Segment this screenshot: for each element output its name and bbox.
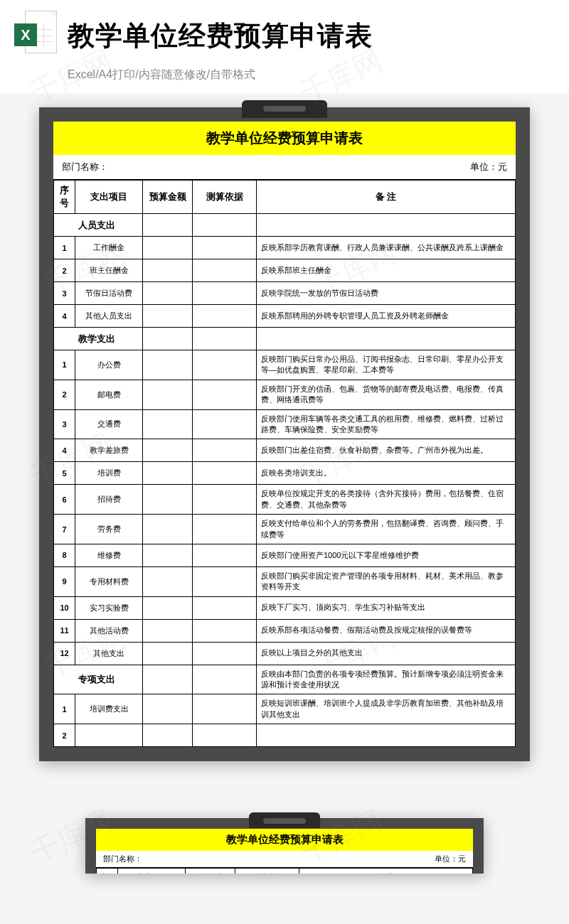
row-amount-cell[interactable] — [143, 439, 193, 462]
row-amount-cell[interactable] — [143, 566, 193, 596]
row-basis-cell[interactable] — [193, 259, 257, 282]
table-row: 5培训费反映各类培训支出。 — [54, 462, 516, 485]
row-item-cell: 邮电费 — [75, 380, 143, 409]
spreadsheet-page-small: 教学单位经费预算申请表 部门名称： 单位：元 序号 支出项目 预算金额 测算依据… — [96, 829, 473, 874]
row-basis-cell[interactable] — [193, 305, 257, 328]
row-basis-cell[interactable] — [193, 282, 257, 305]
row-basis-cell[interactable] — [193, 642, 257, 665]
row-note-cell: 反映部门使用资产1000元以下零星维修维护费 — [257, 544, 516, 566]
col-header-amount: 预算金额 — [143, 181, 193, 214]
row-note-cell: 反映部门使用车辆等各类交通工具的租用费、维修费、燃料费、过桥过路费、车辆保险费、… — [257, 409, 516, 439]
row-item-cell: 招待费 — [75, 485, 143, 515]
row-basis-cell[interactable] — [193, 439, 257, 462]
row-basis-cell[interactable] — [193, 462, 257, 485]
row-note-cell: 反映各类培训支出。 — [257, 462, 516, 485]
row-item-cell: 专用材料费 — [75, 566, 143, 596]
row-amount-cell[interactable] — [143, 282, 193, 305]
col-header-basis: 测算依据 — [235, 869, 299, 874]
row-amount-cell[interactable] — [143, 642, 193, 665]
row-item-cell: 其他活动费 — [75, 619, 143, 642]
row-item-cell: 培训费支出 — [75, 694, 143, 724]
excel-x-badge: X — [14, 23, 37, 46]
row-amount-cell[interactable] — [143, 724, 193, 747]
row-amount-cell[interactable] — [143, 380, 193, 409]
spreadsheet-page: 教学单位经费预算申请表 部门名称： 单位：元 序号 支出项目 预算金额 测算依据… — [53, 122, 516, 747]
clipboard-clip-icon — [249, 812, 320, 828]
table-row: 10实习实验费反映下厂实习、顶岗实习、学生实习补贴等支出 — [54, 596, 516, 619]
row-num-cell: 10 — [54, 596, 75, 619]
row-basis-cell[interactable] — [193, 694, 257, 724]
row-amount-cell[interactable] — [143, 515, 193, 544]
row-note-cell: 反映系部班主任酬金 — [257, 259, 516, 282]
row-amount-cell[interactable] — [143, 305, 193, 328]
table-row: 4教学差旅费反映部门出差住宿费、伙食补助费、杂费等。广州市外视为出差。 — [54, 439, 516, 462]
row-basis-cell[interactable] — [193, 380, 257, 409]
section-blank-cell — [54, 665, 75, 694]
table-row: 12其他支出反映以上项目之外的其他支出 — [54, 642, 516, 665]
row-basis-cell[interactable] — [193, 596, 257, 619]
row-basis-cell[interactable] — [193, 619, 257, 642]
budget-table: 序号 支出项目 预算金额 测算依据 备 注 人员支出1工作酬金反映系部学历教育课… — [53, 180, 516, 747]
row-basis-cell[interactable] — [193, 350, 257, 380]
table-row: 3节假日活动费反映学院统一发放的节假日活动费 — [54, 282, 516, 305]
section-name-cell: 教学支出 — [75, 328, 143, 350]
section-amount-cell — [143, 665, 193, 694]
row-num-cell: 1 — [54, 694, 75, 724]
row-note-cell: 反映部门开支的信函、包裹、货物等的邮寄费及电话费、电报费、传真费、网络通讯费等 — [257, 380, 516, 409]
row-item-cell: 工作酬金 — [75, 237, 143, 259]
sheet-title: 教学单位经费预算申请表 — [53, 122, 516, 155]
row-num-cell: 2 — [54, 259, 75, 282]
row-num-cell: 2 — [54, 380, 75, 409]
row-amount-cell[interactable] — [143, 485, 193, 515]
section-basis-cell — [193, 214, 257, 237]
dept-unit-row-small: 部门名称： 单位：元 — [96, 851, 473, 868]
row-num-cell: 2 — [54, 724, 75, 747]
row-basis-cell[interactable] — [193, 724, 257, 747]
section-header-row: 人员支出 — [54, 214, 516, 237]
row-num-cell: 5 — [54, 462, 75, 485]
row-note-cell: 反映部门购买非固定资产管理的各项专用材料、耗材、美术用品、教参资料等开支 — [257, 566, 516, 596]
dept-unit-row: 部门名称： 单位：元 — [53, 155, 516, 180]
row-num-cell: 4 — [54, 439, 75, 462]
row-amount-cell[interactable] — [143, 596, 193, 619]
row-basis-cell[interactable] — [193, 566, 257, 596]
row-basis-cell[interactable] — [193, 544, 257, 566]
section-blank-cell — [54, 214, 75, 237]
row-num-cell: 1 — [54, 350, 75, 380]
col-header-item: 支出项目 — [75, 181, 143, 214]
table-row: 6招待费反映单位按规定开支的各类接待（含外宾接待）费用，包括餐费、住宿费、交通费… — [54, 485, 516, 515]
table-header-row: 序号 支出项目 预算金额 测算依据 备 注 — [54, 181, 516, 214]
row-basis-cell[interactable] — [193, 515, 257, 544]
row-basis-cell[interactable] — [193, 237, 257, 259]
document-preview-secondary: 教学单位经费预算申请表 部门名称： 单位：元 序号 支出项目 预算金额 测算依据… — [85, 818, 484, 874]
table-row: 2 — [54, 724, 516, 747]
table-row: 2班主任酬金反映系部班主任酬金 — [54, 259, 516, 282]
row-note-cell: 反映单位按规定开支的各类接待（含外宾接待）费用，包括餐费、住宿费、交通费、其他杂… — [257, 485, 516, 515]
row-amount-cell[interactable] — [143, 462, 193, 485]
document-preview-main: 教学单位经费预算申请表 部门名称： 单位：元 序号 支出项目 预算金额 测算依据… — [39, 107, 530, 761]
section-basis-cell — [193, 665, 257, 694]
table-row: 11其他活动费反映系部各项活动餐费、假期活动费及按规定核报的误餐费等 — [54, 619, 516, 642]
section-header-row: 专项支出反映由本部门负责的各项专项经费预算。预计新增专项必须注明资金来源和预计资… — [54, 665, 516, 694]
row-item-cell: 交通费 — [75, 409, 143, 439]
row-note-cell: 反映学院统一发放的节假日活动费 — [257, 282, 516, 305]
table-row: 1办公费反映部门购买日常办公用品、订阅书报杂志、日常印刷、零星办公开支等—如优盘… — [54, 350, 516, 380]
row-num-cell: 11 — [54, 619, 75, 642]
col-header-amount: 预算金额 — [186, 869, 235, 874]
table-row: 1培训费支出反映短训班课酬、培训班个人提成及非学历教育加班费、其他补助及培训其他… — [54, 694, 516, 724]
row-basis-cell[interactable] — [193, 409, 257, 439]
row-num-cell: 3 — [54, 409, 75, 439]
unit-label: 单位：元 — [470, 161, 507, 173]
row-amount-cell[interactable] — [143, 409, 193, 439]
row-amount-cell[interactable] — [143, 619, 193, 642]
row-amount-cell[interactable] — [143, 544, 193, 566]
row-basis-cell[interactable] — [193, 485, 257, 515]
row-amount-cell[interactable] — [143, 694, 193, 724]
row-item-cell: 劳务费 — [75, 515, 143, 544]
section-header-row: 教学支出 — [54, 328, 516, 350]
row-num-cell: 3 — [54, 282, 75, 305]
row-amount-cell[interactable] — [143, 350, 193, 380]
row-amount-cell[interactable] — [143, 259, 193, 282]
row-item-cell: 实习实验费 — [75, 596, 143, 619]
row-amount-cell[interactable] — [143, 237, 193, 259]
